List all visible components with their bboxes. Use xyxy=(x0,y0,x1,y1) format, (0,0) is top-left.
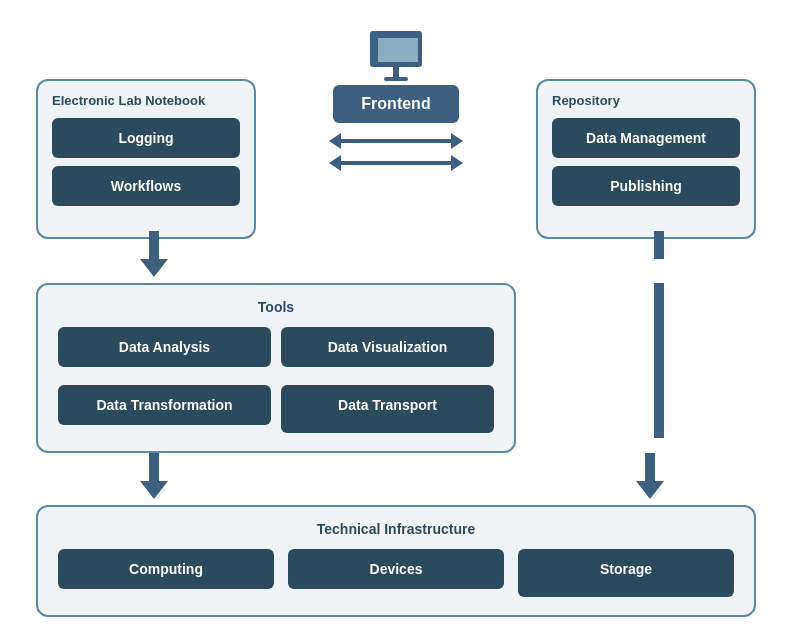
eln-to-tools-arrow xyxy=(140,231,168,277)
arrow-head-down-2 xyxy=(140,481,168,499)
workflows-button: Workflows xyxy=(52,166,240,206)
repo-to-infra-arrow-mid xyxy=(654,283,664,438)
bottom-panel: Technical Infrastructure Computing Devic… xyxy=(36,505,756,617)
publishing-button: Publishing xyxy=(552,166,740,206)
arrow-right-head-2 xyxy=(451,155,463,171)
repo-to-infra-arrow-top xyxy=(654,231,664,259)
data-visualization-button: Data Visualization xyxy=(281,327,494,367)
horiz-arrows-group xyxy=(329,133,463,171)
computing-button: Computing xyxy=(58,549,274,589)
arrow-line-2 xyxy=(341,161,451,165)
repo-title: Repository xyxy=(552,93,740,108)
data-transformation-button: Data Transformation xyxy=(58,385,271,425)
infra-title: Technical Infrastructure xyxy=(58,521,734,537)
monitor-stand xyxy=(393,67,399,77)
arrow-head-down-3 xyxy=(636,481,664,499)
diagram-container: Electronic Lab Notebook Logging Workflow… xyxy=(16,11,776,631)
data-management-button: Data Management xyxy=(552,118,740,158)
arrow-right-1 xyxy=(329,155,463,171)
arrow-head-down-1 xyxy=(140,259,168,277)
arrow-left-head-2 xyxy=(329,155,341,171)
frontend-box: Frontend xyxy=(333,85,458,123)
devices-button: Devices xyxy=(288,549,504,589)
mid-section: Tools Data Analysis Data Visualization D… xyxy=(36,283,756,453)
storage-button: Storage xyxy=(518,549,734,597)
repo-to-infra-arrow-bottom xyxy=(636,453,664,499)
tools-to-infra-arrow xyxy=(140,453,168,499)
arrow-line-1 xyxy=(341,139,451,143)
arrow-shaft-5 xyxy=(645,453,655,481)
monitor-screen xyxy=(378,38,418,62)
arrow-shaft-4 xyxy=(149,453,159,481)
bottom-arrows-section xyxy=(36,453,756,505)
arrow-shaft-3 xyxy=(654,283,664,438)
eln-panel: Electronic Lab Notebook Logging Workflow… xyxy=(36,79,256,239)
tools-title: Tools xyxy=(58,299,494,315)
top-row: Electronic Lab Notebook Logging Workflow… xyxy=(36,31,756,231)
tools-grid: Data Analysis Data Visualization Data Tr… xyxy=(58,327,494,433)
infra-grid: Computing Devices Storage xyxy=(58,549,734,597)
monitor xyxy=(370,31,422,67)
computer-icon xyxy=(370,31,422,81)
tools-panel: Tools Data Analysis Data Visualization D… xyxy=(36,283,516,453)
repo-panel: Repository Data Management Publishing xyxy=(536,79,756,239)
arrow-left-1 xyxy=(329,133,463,149)
data-transport-button: Data Transport xyxy=(281,385,494,433)
arrow-left-head xyxy=(329,133,341,149)
monitor-base xyxy=(384,77,408,81)
data-analysis-button: Data Analysis xyxy=(58,327,271,367)
middle-arrows-section xyxy=(36,231,756,283)
arrow-shaft-2 xyxy=(654,231,664,259)
eln-title: Electronic Lab Notebook xyxy=(52,93,240,108)
logging-button: Logging xyxy=(52,118,240,158)
arrow-shaft-1 xyxy=(149,231,159,259)
arrow-right-head xyxy=(451,133,463,149)
